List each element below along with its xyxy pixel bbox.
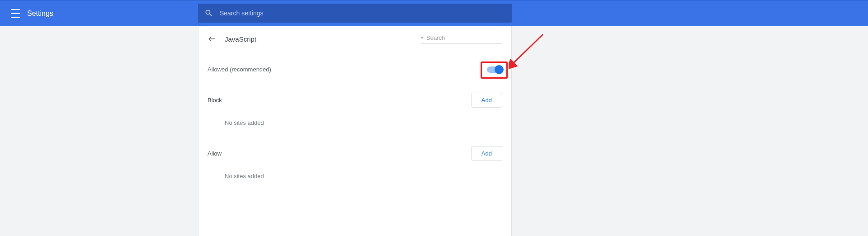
search-icon (421, 35, 424, 41)
block-title: Block (208, 97, 222, 104)
allow-title: Allow (208, 150, 222, 157)
top-bar: Settings (0, 0, 868, 26)
allow-empty-text: No sites added (198, 173, 511, 179)
app-title: Settings (27, 9, 53, 18)
back-arrow-icon[interactable] (208, 34, 217, 43)
block-section-header: Block Add (198, 93, 511, 108)
detail-search[interactable] (421, 34, 502, 43)
javascript-allowed-row: Allowed (recommended) (198, 66, 511, 73)
settings-search-input[interactable] (220, 9, 505, 17)
detail-title: JavaScript (225, 35, 421, 43)
detail-search-input[interactable] (426, 34, 502, 41)
block-add-button[interactable]: Add (471, 93, 502, 108)
settings-search[interactable] (198, 4, 512, 23)
detail-header: JavaScript (198, 26, 511, 48)
settings-detail-panel: JavaScript Allowed (recommended) Block A… (198, 26, 512, 236)
menu-icon[interactable] (11, 9, 20, 18)
javascript-allowed-label: Allowed (recommended) (208, 66, 271, 73)
svg-line-1 (512, 34, 543, 64)
search-icon (204, 9, 213, 18)
block-empty-text: No sites added (198, 119, 511, 126)
allow-section-header: Allow Add (198, 146, 511, 161)
javascript-allowed-toggle[interactable] (487, 66, 502, 73)
annotation-arrow-icon (509, 33, 545, 69)
allow-add-button[interactable]: Add (471, 146, 502, 161)
toggle-knob (495, 65, 504, 74)
